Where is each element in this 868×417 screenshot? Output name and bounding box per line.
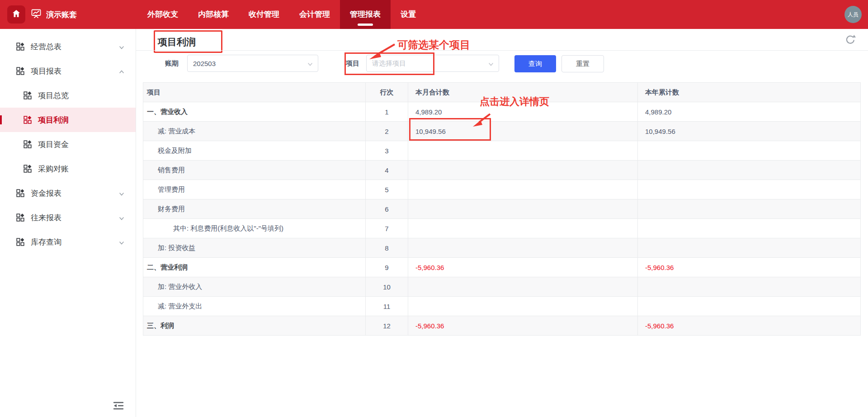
row-line-cell: 11 — [366, 297, 408, 316]
sidebar-item-project-reports[interactable]: 项目报表 — [0, 59, 136, 83]
sidebar-item-label: 项目利润 — [38, 115, 69, 125]
table-header-cell: 项目 — [143, 83, 366, 102]
sidebar-item-label: 项目资金 — [38, 139, 69, 150]
refresh-icon[interactable] — [844, 34, 856, 46]
row-month-cell — [408, 180, 638, 199]
home-icon — [11, 9, 21, 20]
home-button[interactable] — [7, 5, 25, 24]
reset-button[interactable]: 重置 — [561, 55, 604, 72]
row-line-cell: 7 — [366, 219, 408, 238]
table-row: 二、营业利润9-5,960.36-5,960.36 — [143, 258, 860, 277]
row-line-cell: 5 — [366, 180, 408, 199]
presentation-chart-icon — [31, 8, 42, 21]
table-row: 税金及附加3 — [143, 141, 860, 161]
row-name-cell: 管理费用 — [143, 180, 366, 199]
row-year-cell — [638, 277, 860, 296]
project-select[interactable]: 请选择项目 — [366, 55, 499, 72]
sidebar-item-funds-reports[interactable]: 资金报表 — [0, 181, 136, 205]
chevron-down-icon — [307, 61, 313, 69]
period-label: 账期 — [165, 54, 179, 72]
report-table: 项目行次本月合计数本年累计数 一、营业收入14,989.204,989.20减:… — [143, 82, 861, 336]
row-month-cell — [408, 141, 638, 160]
table-row: 财务费用6 — [143, 199, 860, 219]
sidebar-item-project-overview[interactable]: 项目总览 — [0, 83, 136, 108]
row-line-cell: 3 — [366, 141, 408, 160]
row-line-cell: 10 — [366, 277, 408, 296]
row-year-cell — [638, 161, 860, 180]
row-name-cell: 其中: 利息费用(利息收入以"-"号填列) — [143, 219, 366, 238]
project-label: 项目 — [346, 54, 359, 72]
chevron-down-icon — [118, 190, 125, 199]
row-name-cell: 二、营业利润 — [143, 258, 366, 277]
row-month-cell — [408, 161, 638, 180]
brand-label: 演示账套 — [46, 9, 77, 20]
sidebar-item-purchase-reconciliation[interactable]: 采购对账 — [0, 156, 136, 181]
table-header-cell: 行次 — [366, 83, 408, 102]
brand: 演示账套 — [31, 0, 77, 29]
sidebar-item-label: 项目总览 — [38, 90, 69, 101]
row-year-cell — [638, 199, 860, 218]
sidebar-item-current-reports[interactable]: 往来报表 — [0, 205, 136, 230]
sidebar-item-label: 项目报表 — [31, 66, 61, 76]
table-row: 其中: 利息费用(利息收入以"-"号填列)7 — [143, 219, 860, 238]
row-line-cell: 2 — [366, 122, 408, 141]
row-year-cell[interactable]: 4,989.20 — [638, 102, 860, 121]
user-avatar[interactable]: 人员 — [844, 6, 862, 23]
row-name-cell: 加: 投资收益 — [143, 238, 366, 257]
row-name-cell: 一、营业收入 — [143, 102, 366, 121]
row-line-cell: 9 — [366, 258, 408, 277]
topnav-item-accounting-management[interactable]: 会计管理 — [289, 0, 340, 29]
period-select[interactable]: 202503 — [187, 55, 318, 72]
chevron-down-icon — [118, 44, 125, 53]
sidebar-item-label: 经营总表 — [31, 42, 61, 52]
row-year-cell[interactable]: 10,949.56 — [638, 122, 860, 141]
grid-diamond-icon — [16, 43, 24, 51]
row-year-cell — [638, 180, 860, 199]
row-year-cell[interactable]: -5,960.36 — [638, 258, 860, 277]
row-month-cell[interactable]: 10,949.56 — [408, 122, 638, 141]
sidebar-item-label: 资金报表 — [31, 188, 61, 199]
grid-diamond-icon — [24, 116, 32, 124]
topnav-item-management-reports[interactable]: 管理报表 — [340, 0, 391, 29]
sidebar-item-project-funds[interactable]: 项目资金 — [0, 132, 136, 156]
chevron-down-icon — [488, 61, 494, 69]
period-select-value: 202503 — [193, 60, 216, 67]
topnav-item-payment-management[interactable]: 收付管理 — [239, 0, 289, 29]
row-year-cell — [638, 219, 860, 238]
project-select-placeholder: 请选择项目 — [372, 59, 406, 68]
chevron-up-icon — [118, 68, 125, 77]
row-name-cell: 减: 营业外支出 — [143, 297, 366, 316]
sidebar-item-inventory-query[interactable]: 库存查询 — [0, 230, 136, 254]
table-body: 一、营业收入14,989.204,989.20减: 营业成本210,949.56… — [143, 102, 860, 336]
table-row: 管理费用5 — [143, 180, 860, 199]
sidebar-item-business-summary[interactable]: 经营总表 — [0, 34, 136, 59]
sidebar: 经营总表项目报表项目总览项目利润项目资金采购对账资金报表往来报表库存查询 — [0, 29, 136, 417]
row-name-cell: 减: 营业成本 — [143, 122, 366, 141]
page-title: 项目利润 — [158, 36, 196, 48]
topnav-item-settings[interactable]: 设置 — [391, 0, 426, 29]
sidebar-menu: 经营总表项目报表项目总览项目利润项目资金采购对账资金报表往来报表库存查询 — [0, 29, 136, 254]
row-year-cell — [638, 141, 860, 160]
table-row: 减: 营业成本210,949.5610,949.56 — [143, 122, 860, 141]
search-button[interactable]: 查询 — [514, 55, 556, 72]
grid-diamond-icon — [16, 67, 24, 75]
topnav-item-internal-accounting[interactable]: 内部核算 — [188, 0, 239, 29]
row-month-cell — [408, 199, 638, 218]
row-month-cell — [408, 219, 638, 238]
app-window: 演示账套 外部收支内部核算收付管理会计管理管理报表设置 人员 经营总表项目报表项… — [0, 0, 868, 417]
row-month-cell[interactable]: -5,960.36 — [408, 258, 638, 277]
grid-diamond-icon — [16, 213, 24, 222]
row-line-cell: 4 — [366, 161, 408, 180]
grid-diamond-icon — [16, 238, 24, 246]
chevron-down-icon — [118, 239, 125, 248]
row-year-cell[interactable]: -5,960.36 — [638, 316, 860, 335]
table-row: 减: 营业外支出11 — [143, 297, 860, 316]
row-month-cell — [408, 238, 638, 257]
grid-diamond-icon — [24, 165, 32, 173]
row-line-cell: 12 — [366, 316, 408, 335]
sidebar-item-project-profit[interactable]: 项目利润 — [0, 108, 136, 132]
menu-fold-icon[interactable] — [112, 401, 125, 411]
row-month-cell[interactable]: -5,960.36 — [408, 316, 638, 335]
topnav-item-external-income[interactable]: 外部收支 — [137, 0, 188, 29]
row-name-cell: 三、利润 — [143, 316, 366, 335]
